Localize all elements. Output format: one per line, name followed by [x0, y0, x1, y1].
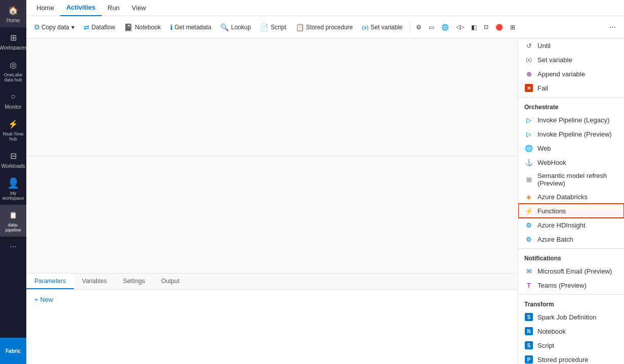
- semantic-model-icon: ⊞: [524, 175, 533, 184]
- notebook-button[interactable]: 📓 Notebook: [120, 21, 164, 33]
- rp-teams[interactable]: T Teams (Preview): [518, 278, 624, 292]
- sidebar-item-label: Real-Time hub: [2, 131, 24, 142]
- sidebar-item-workspaces[interactable]: ⊞ Workspaces: [0, 27, 26, 55]
- rp-invoke-preview[interactable]: ▷ Invoke Pipeline (Preview): [518, 127, 624, 141]
- rp-item-label: Azure Databricks: [537, 193, 588, 201]
- canvas[interactable]: [26, 38, 518, 273]
- rp-spark-job[interactable]: S Spark Job Definition: [518, 310, 624, 324]
- get-metadata-button[interactable]: ℹ Get metadata: [166, 21, 216, 33]
- rp-item-label: Microsoft Email (Preview): [537, 267, 612, 275]
- rp-microsoft-email[interactable]: ✉ Microsoft Email (Preview): [518, 264, 624, 278]
- copy-data-button[interactable]: ⧉ Copy data ▾: [30, 21, 78, 33]
- sidebar-item-more[interactable]: ···: [0, 237, 26, 257]
- stored-procedure-rp-icon: P: [524, 355, 533, 364]
- sidebar-item-label: My workspace: [2, 191, 24, 201]
- rp-azure-batch[interactable]: ⚙ Azure Batch: [518, 232, 624, 246]
- sidebar-item-label: data-pipeline: [2, 222, 24, 233]
- get-metadata-label: Get metadata: [175, 24, 212, 31]
- rp-azure-databricks[interactable]: ◈ Azure Databricks: [518, 190, 624, 204]
- sidebar-item-label: Workloads: [1, 163, 25, 169]
- toolbar-icon-3[interactable]: 🌐: [438, 22, 452, 33]
- rp-notebook[interactable]: N Notebook: [518, 324, 624, 338]
- toolbar-icon-7[interactable]: 🔴: [492, 22, 506, 33]
- rp-item-until[interactable]: ↺ Until: [518, 38, 624, 53]
- sidebar-item-label: Monitor: [5, 104, 21, 110]
- tab-output[interactable]: Output: [153, 274, 188, 289]
- toolbar: ⧉ Copy data ▾ ⇄ Dataflow 📓 Notebook ℹ Ge…: [26, 16, 624, 38]
- new-button[interactable]: + New: [34, 296, 53, 303]
- toolbar-icon-4[interactable]: ◁▷: [453, 22, 467, 32]
- workspaces-icon: ⊞: [7, 31, 19, 43]
- sidebar-item-pipeline[interactable]: 📋 data-pipeline: [0, 205, 26, 237]
- tab-parameters[interactable]: Parameters: [26, 274, 74, 289]
- toolbar-icon-2[interactable]: ▭: [426, 22, 437, 33]
- rp-item-fail[interactable]: ✕ Fail: [518, 81, 624, 95]
- lookup-button[interactable]: 🔍 Lookup: [216, 21, 255, 33]
- stored-procedure-button[interactable]: 📋 Stored procedure: [292, 21, 357, 33]
- rp-item-label: Semantic model refresh (Preview): [537, 172, 618, 187]
- realtime-icon: ⚡: [7, 118, 19, 130]
- sidebar-item-workloads[interactable]: ⊟ Workloads: [0, 146, 26, 173]
- rp-script[interactable]: S Script: [518, 338, 624, 352]
- notebook-label: Notebook: [135, 24, 160, 31]
- dataflow-label: Dataflow: [92, 24, 115, 31]
- notebook-icon: 📓: [124, 23, 133, 31]
- toolbar-icon-5-icon: ◧: [471, 24, 477, 31]
- nav-view[interactable]: View: [126, 0, 152, 16]
- rp-item-label: Azure HDInsight: [537, 221, 586, 229]
- main-left: Parameters Variables Settings Output + N…: [26, 38, 518, 364]
- nav-home[interactable]: Home: [30, 0, 60, 16]
- tab-variables[interactable]: Variables: [74, 274, 115, 289]
- sidebar-item-myworkspace[interactable]: 👤 My workspace: [0, 173, 26, 205]
- section-divider: [518, 97, 624, 98]
- rp-item-label: WebHook: [537, 159, 566, 166]
- nav-activities[interactable]: Activities: [60, 0, 102, 16]
- sidebar-item-onelake[interactable]: ◎ OneLake data hub: [0, 55, 26, 86]
- toolbar-icon-6-icon: ⊡: [484, 24, 488, 30]
- section-divider-2: [518, 248, 624, 249]
- sidebar-item-monitor[interactable]: ○ Monitor: [0, 86, 26, 114]
- rp-item-setvariable[interactable]: (x) Set variable: [518, 53, 624, 67]
- toolbar-icon-7-icon: 🔴: [495, 24, 503, 31]
- onelake-icon: ◎: [7, 59, 19, 71]
- toolbar-separator: [409, 21, 410, 33]
- rp-stored-procedure[interactable]: P Stored procedure: [518, 352, 624, 364]
- toolbar-icon-5[interactable]: ◧: [468, 22, 480, 33]
- sidebar-bottom: Fabric: [0, 338, 26, 364]
- copy-data-dropdown: ▾: [71, 24, 74, 31]
- sidebar: 🏠 Home ⊞ Workspaces ◎ OneLake data hub ○…: [0, 0, 26, 364]
- rp-functions[interactable]: ⚡ Functions: [518, 204, 624, 218]
- toolbar-icon-1[interactable]: ⚙: [413, 22, 425, 33]
- script-icon: 📄: [260, 23, 269, 31]
- fabric-label: Fabric: [6, 348, 21, 354]
- sidebar-item-realtime[interactable]: ⚡ Real-Time hub: [0, 114, 26, 146]
- dataflow-button[interactable]: ⇄ Dataflow: [79, 21, 119, 33]
- rp-item-appendvariable[interactable]: ⊕ Append variable: [518, 67, 624, 81]
- rp-item-label: Fail: [537, 84, 548, 92]
- appendvariable-icon: ⊕: [524, 69, 533, 78]
- rp-azure-hdinsight[interactable]: ⚙ Azure HDInsight: [518, 218, 624, 232]
- myworkspace-icon: 👤: [7, 177, 19, 189]
- rp-invoke-legacy[interactable]: ▷ Invoke Pipeline (Legacy): [518, 113, 624, 127]
- rp-webhook[interactable]: ⚓ WebHook: [518, 155, 624, 169]
- rp-web[interactable]: 🌐 Web: [518, 141, 624, 155]
- sidebar-item-home[interactable]: 🏠 Home: [0, 0, 26, 27]
- toolbar-icon-8[interactable]: ⊞: [507, 22, 518, 33]
- rp-semantic-model[interactable]: ⊞ Semantic model refresh (Preview): [518, 169, 624, 190]
- tab-settings[interactable]: Settings: [115, 274, 153, 289]
- rp-item-label: Teams (Preview): [537, 282, 587, 289]
- spark-job-icon: S: [524, 312, 533, 322]
- bottom-tabs: Parameters Variables Settings Output: [26, 274, 518, 290]
- set-variable-button[interactable]: (x) Set variable: [358, 22, 406, 33]
- set-variable-icon: (x): [362, 24, 368, 30]
- script-label: Script: [271, 24, 286, 31]
- rp-item-label: Functions: [537, 207, 566, 215]
- toolbar-icon-6[interactable]: ⊡: [481, 22, 491, 32]
- teams-icon: T: [524, 281, 533, 290]
- nav-run[interactable]: Run: [102, 0, 126, 16]
- script-button[interactable]: 📄 Script: [256, 21, 290, 33]
- right-panel: ↺ Until (x) Set variable ⊕ Append variab…: [518, 38, 624, 364]
- toolbar-more-button[interactable]: ···: [605, 21, 620, 34]
- dataflow-icon: ⇄: [84, 23, 90, 31]
- microsoft-email-icon: ✉: [524, 266, 533, 276]
